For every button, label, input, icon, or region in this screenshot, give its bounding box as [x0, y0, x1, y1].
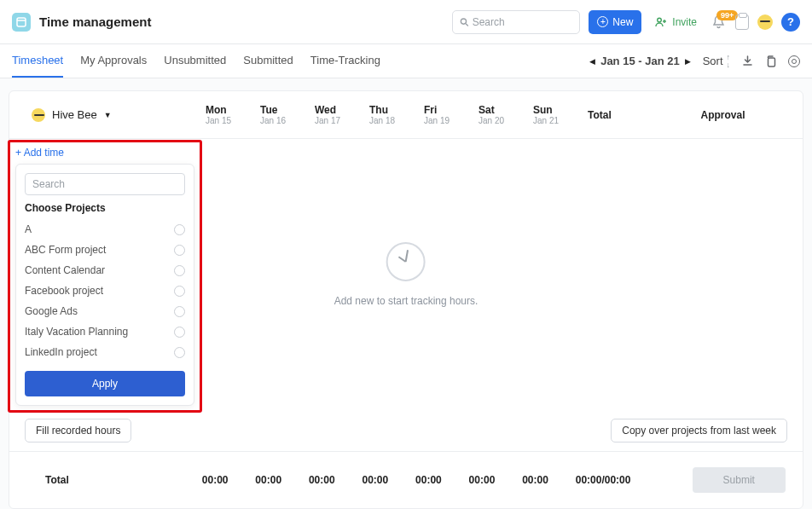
- radio-icon[interactable]: [174, 265, 185, 276]
- empty-state-text: Add new to start tracking hours.: [334, 295, 478, 307]
- totals-row: Total 00:00 00:00 00:00 00:00 00:00 00:0…: [9, 451, 803, 508]
- approval-header: Approval: [652, 109, 803, 121]
- apply-button[interactable]: Apply: [25, 371, 185, 396]
- svg-rect-0: [17, 18, 26, 26]
- empty-state: Add new to start tracking hours.: [334, 242, 478, 307]
- download-icon[interactable]: [742, 55, 753, 67]
- day-header-sun: Sun Jan 21: [533, 104, 588, 125]
- radio-icon[interactable]: [174, 224, 185, 235]
- project-label: Content Calendar: [25, 264, 105, 276]
- project-item[interactable]: ABC Form project: [25, 240, 185, 260]
- svg-point-2: [461, 18, 467, 23]
- actions-row: Fill recorded hours Copy over projects f…: [9, 410, 803, 451]
- project-item[interactable]: Content Calendar: [25, 260, 185, 281]
- notifications-button[interactable]: 99+: [710, 15, 727, 29]
- tab-time-tracking[interactable]: Time-Tracking: [310, 44, 380, 78]
- project-item[interactable]: Google Ads: [25, 301, 185, 321]
- svg-point-4: [658, 18, 662, 22]
- total-mon: 00:00: [202, 474, 256, 486]
- total-tue: 00:00: [255, 474, 309, 486]
- add-time-link[interactable]: + Add time: [15, 147, 194, 159]
- radio-icon[interactable]: [174, 306, 185, 317]
- total-wed: 00:00: [309, 474, 362, 486]
- settings-icon[interactable]: [788, 55, 800, 67]
- project-item[interactable]: A: [25, 219, 185, 240]
- date-range-label: Jan 15 - Jan 21: [600, 55, 680, 67]
- project-label: ABC Form project: [25, 244, 106, 256]
- help-button[interactable]: ?: [781, 13, 800, 32]
- app-icon: [12, 13, 31, 32]
- timesheet-header: Hive Bee ▼ Mon Jan 15 Tue Jan 16 Wed Jan…: [9, 91, 803, 139]
- radio-icon[interactable]: [174, 286, 185, 297]
- copy-projects-button[interactable]: Copy over projects from last week: [611, 419, 787, 442]
- fill-recorded-button[interactable]: Fill recorded hours: [25, 419, 131, 442]
- invite-button[interactable]: Invite: [650, 16, 702, 28]
- chevron-down-icon: ▼: [104, 111, 112, 119]
- total-fri: 00:00: [415, 474, 469, 486]
- tab-timesheet[interactable]: Timesheet: [12, 44, 63, 78]
- new-button[interactable]: + New: [589, 10, 641, 34]
- global-search-input[interactable]: [473, 16, 573, 28]
- svg-line-3: [466, 23, 468, 26]
- project-item[interactable]: LinkedIn project: [25, 342, 185, 362]
- tabs: Timesheet My Approvals Unsubmitted Submi…: [12, 44, 380, 78]
- project-picker-card: Choose Projects A ABC Form project Conte…: [15, 164, 194, 406]
- search-icon: [460, 17, 469, 27]
- main-area: Hive Bee ▼ Mon Jan 15 Tue Jan 16 Wed Jan…: [0, 78, 812, 509]
- global-search[interactable]: [452, 10, 580, 34]
- new-button-label: New: [612, 16, 633, 28]
- date-next-icon[interactable]: ▶: [685, 57, 691, 66]
- total-header: Total: [588, 109, 652, 121]
- total-sat: 00:00: [469, 474, 523, 486]
- total-sun: 00:00: [522, 474, 576, 486]
- project-label: A: [25, 223, 32, 235]
- top-bar: Time management + New Invite 99+ ?: [0, 0, 812, 44]
- day-header-mon: Mon Jan 15: [206, 104, 260, 125]
- project-list: A ABC Form project Content Calendar Face…: [25, 219, 185, 362]
- user-selector[interactable]: Hive Bee ▼: [9, 108, 206, 122]
- invite-label: Invite: [672, 16, 697, 28]
- project-label: Google Ads: [25, 305, 78, 317]
- total-thu: 00:00: [362, 474, 415, 486]
- copy-icon[interactable]: [765, 55, 776, 67]
- project-picker-heading: Choose Projects: [25, 202, 185, 214]
- page-title: Time management: [39, 14, 151, 29]
- sort-icon: ↑↓: [727, 54, 731, 69]
- tab-unsubmitted[interactable]: Unsubmitted: [164, 44, 226, 78]
- submit-button[interactable]: Submit: [693, 467, 786, 493]
- day-header-wed: Wed Jan 17: [315, 104, 369, 125]
- project-label: LinkedIn project: [25, 346, 97, 358]
- day-header-thu: Thu Jan 18: [369, 104, 424, 125]
- sort-button[interactable]: Sort ↑↓: [703, 54, 730, 69]
- day-header-sat: Sat Jan 20: [478, 104, 533, 125]
- date-range-selector[interactable]: ◀ Jan 15 - Jan 21 ▶: [589, 55, 691, 67]
- date-prev-icon[interactable]: ◀: [589, 57, 595, 66]
- radio-icon[interactable]: [174, 327, 185, 338]
- project-item[interactable]: Facebook project: [25, 281, 185, 301]
- tab-bar: Timesheet My Approvals Unsubmitted Submi…: [0, 44, 812, 78]
- project-label: Facebook project: [25, 285, 103, 297]
- project-item[interactable]: Italy Vacation Planning: [25, 321, 185, 342]
- tab-submitted[interactable]: Submitted: [243, 44, 293, 78]
- user-avatar[interactable]: [757, 14, 773, 30]
- project-label: Italy Vacation Planning: [25, 326, 128, 338]
- plus-icon: +: [597, 16, 608, 27]
- project-search-input[interactable]: [25, 173, 185, 195]
- project-picker: + Add time Choose Projects A ABC Form pr…: [15, 147, 194, 406]
- clock-icon: [386, 242, 426, 281]
- user-name: Hive Bee: [52, 108, 97, 121]
- sort-label: Sort: [703, 55, 723, 67]
- radio-icon[interactable]: [174, 347, 185, 358]
- svg-rect-7: [768, 58, 775, 67]
- tab-my-approvals[interactable]: My Approvals: [80, 44, 147, 78]
- totals-label: Total: [9, 474, 202, 486]
- day-header-fri: Fri Jan 19: [424, 104, 478, 125]
- day-header-tue: Tue Jan 16: [260, 104, 315, 125]
- user-plus-icon: [655, 17, 667, 27]
- clipboard-icon[interactable]: [735, 14, 749, 30]
- user-avatar-small: [32, 108, 45, 122]
- radio-icon[interactable]: [174, 245, 185, 256]
- total-summary: 00:00/00:00: [576, 474, 693, 486]
